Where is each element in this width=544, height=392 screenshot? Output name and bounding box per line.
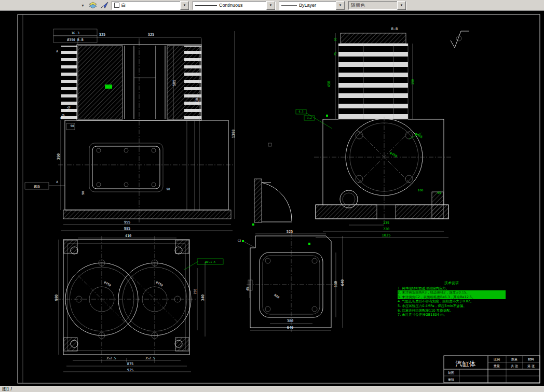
color-combo-value: 白 <box>121 2 126 9</box>
dim-text: 352.5 <box>145 356 155 360</box>
titleblock-cell: 审核 <box>448 377 454 381</box>
dim-text: 640 <box>341 279 345 286</box>
titleblock-cell: 第 张 <box>527 364 535 368</box>
grip-point[interactable] <box>252 223 254 226</box>
dim-text: C2 <box>238 239 241 242</box>
dim-text: 150 <box>411 79 414 85</box>
dim-text: 450 <box>327 81 331 88</box>
plotstyle-combo-arrow-icon[interactable]: ▼ <box>397 1 406 10</box>
color-combo[interactable]: 白 ▼ <box>112 1 189 10</box>
dim-text: 1380 <box>232 130 236 138</box>
layers-icon[interactable] <box>89 2 97 9</box>
dim-text: A <box>56 180 58 184</box>
dim-text: 640 <box>287 326 294 330</box>
dim-text: 525 <box>287 230 293 234</box>
color-combo-arrow-icon[interactable]: ▼ <box>180 1 189 10</box>
titleblock-cell: 材料 <box>527 357 534 361</box>
dim-text: A <box>56 49 58 53</box>
statusbar: 图1 / <box>0 386 544 392</box>
dim-text: 325 <box>148 33 155 37</box>
dim-text: 720 <box>383 227 390 231</box>
titleblock-cell: 制图 <box>448 371 454 375</box>
linetype-combo-arrow-icon[interactable]: ▼ <box>266 1 275 10</box>
plotstyle-combo-value: 随颜色 <box>351 2 365 9</box>
dim-text: 980 <box>55 295 59 301</box>
dim-text: 235 <box>193 288 197 294</box>
layout-tab[interactable]: 图1 / <box>2 386 12 392</box>
dim-text: B-B <box>391 27 398 31</box>
dim-text: 45 <box>246 287 249 291</box>
dim-text: 1025 <box>382 233 391 237</box>
grip-point[interactable] <box>110 86 112 88</box>
dim-text: 985 <box>124 227 131 231</box>
dim-text: 235 <box>383 221 389 225</box>
dim-text: 390 <box>57 153 61 160</box>
grip-point[interactable] <box>326 115 328 117</box>
dim-text: 50 <box>70 124 74 128</box>
note-line: 2. 未注铸造圆角R3，锐边倒钝2，深度±0.15。 <box>398 290 506 295</box>
toolbar-overflow-arrow-icon[interactable]: ▼ <box>80 4 86 7</box>
lineweight-preview-icon <box>281 5 297 6</box>
lineweight-combo-arrow-icon[interactable]: ▼ <box>336 1 345 10</box>
dim-text: 925 <box>127 368 134 372</box>
dim-text: 55 <box>437 191 441 194</box>
part-name: 汽缸体 <box>456 360 476 368</box>
dim-text: 530 <box>334 281 338 288</box>
lineweight-combo[interactable]: ByLayer ▼ <box>279 1 345 10</box>
dim-text: 30 <box>333 37 337 41</box>
toolbar-spacer <box>0 5 77 6</box>
grip-point[interactable] <box>242 240 244 242</box>
dim-text: 325 <box>99 33 106 37</box>
titleblock-cell: 共 张 <box>511 364 518 368</box>
dim-text: 910 <box>195 98 199 105</box>
dim-text: 340 <box>201 295 205 301</box>
note-line: 7. 未注尺寸公差按GB1804-m。 <box>398 313 506 317</box>
ucs-icon[interactable] <box>100 2 108 9</box>
dim-text: 410 <box>125 234 132 238</box>
dim-text: 100 <box>418 188 424 192</box>
dim-text: 380 <box>287 319 294 323</box>
linetype-preview-icon <box>195 5 217 6</box>
titleblock-cell: 比例 <box>494 357 500 361</box>
note-line: 3. 未注倒角C2，表面粗糙度Ra6.3，其余Ra12.5。 <box>398 295 506 300</box>
notes-title: 技术要求 <box>398 281 506 286</box>
dim-text: 6.3 <box>298 110 303 113</box>
titleblock-cell: 重量 <box>493 364 500 368</box>
dim-text: 75 <box>333 52 337 56</box>
dim-text: 3.2 <box>307 116 311 119</box>
linetype-combo[interactable]: Continuous ▼ <box>193 1 276 10</box>
titleblock-cell: 数量 <box>511 357 518 361</box>
note-line: 6. 活塞连杆组装配按110 互换选配。 <box>398 309 506 313</box>
plotstyle-combo[interactable]: 随颜色 ▼ <box>348 1 406 10</box>
dim-text: 90 <box>166 187 170 191</box>
dim-text: 352.5 <box>106 356 116 360</box>
note-line: 1. 铸件须经时效处理消除内应力。 <box>398 286 506 291</box>
roughness-annotation: 16.3 <box>71 31 79 35</box>
notes-lines: 1. 铸件须经时效处理消除内应力。2. 未注铸造圆角R3，锐边倒钝2，深度±0.… <box>398 286 506 317</box>
note-line: 4. 气缸孔珩磨后不得有划痕，圆柱度不大于0.02。 <box>398 299 506 304</box>
section-ref-annotation: Ø350 B-B <box>67 38 83 42</box>
color-swatch-icon <box>114 3 119 8</box>
hole-label-annotation: Ø35 <box>34 185 40 189</box>
grip-point[interactable] <box>106 86 108 88</box>
dim-text: 90 <box>81 191 85 195</box>
note-line: 5. 水压试验压力0.4MPa，保压5min不渗漏。 <box>398 304 506 309</box>
linetype-combo-value: Continuous <box>219 3 243 8</box>
dim-text: 505 <box>172 80 176 87</box>
dim-text: 875 <box>127 362 134 366</box>
technical-notes: 技术要求 1. 铸件须经时效处理消除内应力。2. 未注铸造圆角R3，锐边倒钝2，… <box>398 281 506 317</box>
lineweight-combo-value: ByLayer <box>299 3 316 8</box>
dim-text: 955 <box>124 220 131 225</box>
toolbar: ▼ 白 ▼ Continuous ▼ ByLayer ▼ 随颜色 ▼ <box>0 0 544 11</box>
dim-text: φ0.1 A <box>205 260 216 264</box>
cad-viewport[interactable]: 16.3 Ø350 B-B Ø35 汽缸体 比例 数量 材料 重量 共 张 第 … <box>0 0 544 392</box>
grip-point[interactable] <box>308 243 310 245</box>
